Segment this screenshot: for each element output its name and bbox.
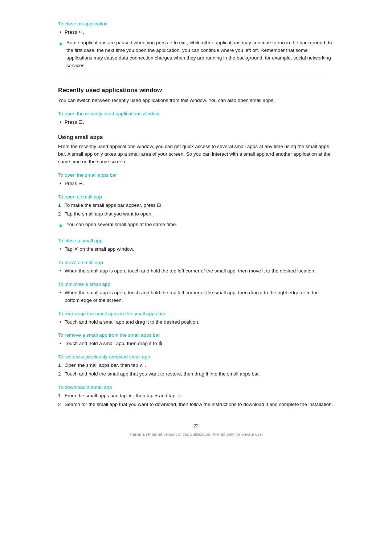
restore-step-1: Open the small apps bar, then tap ∧ . [58, 362, 334, 369]
recently-used-section: Recently used applications window You ca… [58, 80, 334, 126]
open-app-step-1: To make the small apps bar appear, press… [58, 202, 334, 209]
restore-step-2: Touch and hold the small app that you wa… [58, 370, 334, 378]
open-app-tip-icon: ✦ [58, 221, 64, 231]
open-app-tip-text: You can open several small apps at the s… [66, 221, 177, 229]
download-step-1: From the small apps bar, tap ∧ , then ta… [58, 392, 334, 400]
open-bar-bullet: Press ⊟. [58, 180, 334, 188]
open-recently-used-bullet: Press ⊟. [58, 119, 334, 126]
move-app-bullet: When the small app is open, touch and ho… [58, 267, 334, 275]
open-app-tip-box: ✦ You can open several small apps at the… [58, 221, 334, 231]
download-heading: To download a small app [58, 385, 334, 390]
restore-heading: To restore a previously removed small ap… [58, 354, 334, 360]
minimise-app-bullet: When the small app is open, touch and ho… [58, 289, 334, 304]
close-application-bullet: Press ↩. [58, 29, 334, 36]
download-step-2: Search for the small app that you want t… [58, 401, 334, 409]
open-app-step-2: Tap the small app that you want to open. [58, 210, 334, 218]
open-app-steps: To make the small apps bar appear, press… [58, 202, 334, 218]
tip-text: Some applications are paused when you pr… [66, 39, 334, 70]
remove-bullet: Touch and hold a small app, then drag it… [58, 340, 334, 348]
recently-used-heading: Recently used applications window [58, 80, 334, 94]
remove-heading: To remove a small app from the small app… [58, 332, 334, 338]
restore-steps: Open the small apps bar, then tap ∧ . To… [58, 362, 334, 378]
recently-used-body: You can switch between recently used app… [58, 97, 334, 104]
close-app-heading: To close a small app [58, 238, 334, 243]
rearrange-heading: To rearrange the small apps in the small… [58, 311, 334, 316]
close-application-tip: ✦ Some applications are paused when you … [58, 39, 334, 70]
open-bar-heading: To open the small apps bar [58, 172, 334, 178]
open-recently-used-heading: To open the recently used applications w… [58, 111, 334, 116]
close-application-heading: To close an application [58, 21, 334, 26]
close-application-section: To close an application Press ↩. ✦ Some … [58, 21, 334, 70]
move-app-heading: To move a small app [58, 260, 334, 265]
rearrange-bullet: Touch and hold a small app and drag it t… [58, 319, 334, 326]
download-steps: From the small apps bar, tap ∧ , then ta… [58, 392, 334, 409]
using-small-apps-body: From the recently used applications wind… [58, 143, 334, 166]
minimise-app-heading: To minimise a small app [58, 282, 334, 287]
footer-text: This is an Internet version of this publ… [58, 432, 334, 436]
using-small-apps-heading: Using small apps [58, 134, 334, 140]
tip-icon: ✦ [58, 40, 64, 50]
close-app-bullet: Tap ✕ on the small app window. [58, 246, 334, 253]
open-app-heading: To open a small app [58, 194, 334, 200]
page-number: 22 [58, 423, 334, 428]
using-small-apps-section: Using small apps From the recently used … [58, 134, 334, 409]
